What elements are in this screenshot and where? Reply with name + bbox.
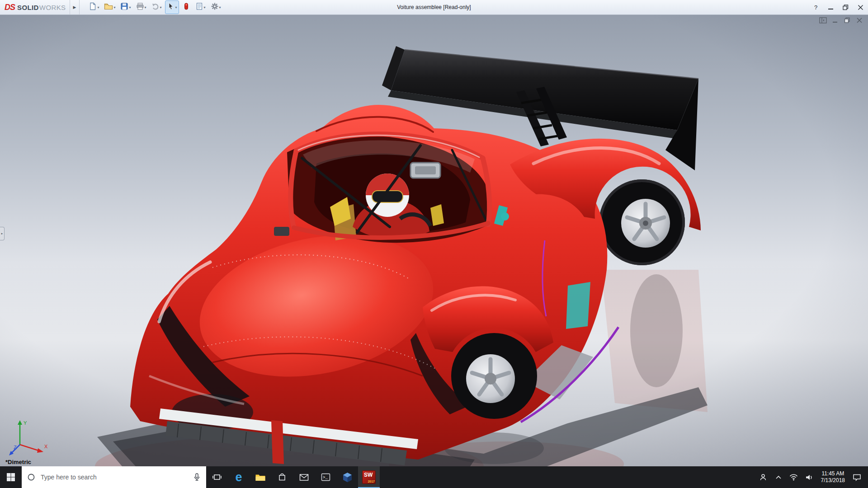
microphone-icon[interactable]	[193, 473, 201, 482]
taskbar-search[interactable]	[22, 466, 206, 488]
file-properties-button[interactable]: ▾	[193, 0, 208, 14]
close-button[interactable]	[853, 0, 868, 14]
select-tool-button[interactable]: ▾	[165, 0, 179, 14]
solidworks-app-icon: SW 2017	[362, 470, 376, 484]
dropdown-arrow-icon[interactable]: ▾	[145, 5, 146, 9]
solidworks-taskbar-button[interactable]: SW 2017	[358, 466, 380, 488]
triad-x-label: X	[44, 444, 48, 449]
help-button[interactable]: ?	[808, 0, 823, 14]
dropdown-arrow-icon[interactable]: ▾	[97, 5, 99, 9]
action-center-button[interactable]	[849, 466, 864, 488]
people-button[interactable]	[755, 466, 771, 488]
windows-logo-icon	[6, 473, 15, 482]
dropdown-arrow-icon[interactable]: ▾	[175, 5, 177, 9]
wifi-icon	[789, 474, 798, 481]
undo-button[interactable]: ▾	[150, 0, 164, 14]
cortana-icon	[27, 473, 35, 481]
rebuild-button[interactable]	[180, 0, 192, 14]
minimize-doc-icon[interactable]	[831, 17, 839, 23]
undo-icon	[151, 2, 160, 12]
clock-time: 11:45 AM	[821, 470, 845, 477]
feature-panel-flyout-handle[interactable]: ▸	[0, 227, 5, 240]
edge-icon: e	[235, 471, 242, 483]
main-toolbar: ▾ ▾ ▾ ▾ ▾ ▾	[87, 0, 222, 14]
solidworks-logo: DS SOLID WORKS	[0, 3, 70, 12]
options-button[interactable]: ▾	[209, 0, 223, 14]
sw-year-badge: 2017	[368, 480, 375, 483]
file-explorer-icon	[255, 473, 266, 482]
network-button[interactable]	[786, 466, 802, 488]
display-pane-toggle-icon[interactable]	[819, 17, 827, 23]
start-button[interactable]	[0, 466, 22, 488]
triad-y-label: Y	[24, 420, 27, 426]
sw-badge: SW	[364, 472, 373, 478]
close-icon	[858, 5, 863, 10]
chevron-up-icon	[775, 475, 782, 479]
windows-taskbar: e >_ SW 2017 11:45 AM 7/13	[0, 466, 868, 488]
command-prompt-button[interactable]: >_	[315, 466, 336, 488]
3d-cube-app-button[interactable]	[336, 466, 358, 488]
titlebar: DS SOLID WORKS ▶ ▾ ▾ ▾ ▾ ▾	[0, 0, 868, 15]
minimize-button[interactable]	[823, 0, 838, 14]
task-view-button[interactable]	[206, 466, 228, 488]
view-orientation-label: *Dimetric	[5, 459, 31, 465]
gear-icon	[211, 2, 219, 12]
save-button[interactable]: ▾	[118, 0, 132, 14]
front-wheel	[451, 333, 537, 419]
open-button[interactable]: ▾	[102, 0, 117, 14]
print-button[interactable]: ▾	[134, 0, 148, 14]
orientation-triad[interactable]: Y X Z	[5, 415, 51, 456]
ds-logo-icon: DS	[5, 3, 15, 12]
show-hidden-icons-button[interactable]	[771, 466, 786, 488]
minimize-icon	[828, 5, 833, 9]
dropdown-arrow-icon[interactable]: ▾	[204, 5, 206, 9]
dropdown-arrow-icon[interactable]: ▾	[160, 5, 162, 9]
restore-doc-icon[interactable]	[843, 17, 851, 23]
clock-date: 7/13/2018	[821, 477, 845, 484]
command-prompt-icon: >_	[321, 473, 330, 482]
edge-button[interactable]: e	[228, 466, 250, 488]
taskbar-clock[interactable]: 11:45 AM 7/13/2018	[817, 470, 849, 484]
3d-scene[interactable]	[0, 14, 868, 466]
file-properties-icon	[195, 2, 203, 12]
task-view-icon	[212, 473, 222, 482]
rear-wheel	[599, 179, 685, 265]
select-cursor-icon	[167, 2, 175, 12]
save-icon	[120, 2, 128, 12]
system-tray: 11:45 AM 7/13/2018	[755, 466, 868, 488]
mail-button[interactable]	[293, 466, 315, 488]
restore-icon	[843, 5, 849, 10]
graphics-area[interactable]: Y X Z *Dimetric ▸	[0, 14, 868, 466]
window-title: Voiture assemblee [Read-only]	[397, 4, 471, 10]
rebuild-icon	[182, 2, 190, 12]
brand-solid: SOLID	[17, 4, 39, 11]
mail-icon	[299, 474, 309, 481]
new-document-icon	[89, 2, 97, 12]
file-explorer-button[interactable]	[250, 466, 271, 488]
brand-works: WORKS	[39, 4, 66, 11]
window-controls: ?	[808, 0, 868, 14]
3d-cube-app-icon	[343, 472, 352, 483]
print-icon	[136, 2, 144, 12]
new-document-button[interactable]: ▾	[87, 0, 101, 14]
open-folder-icon	[104, 2, 113, 12]
store-icon	[278, 473, 286, 482]
close-doc-icon[interactable]	[855, 17, 863, 23]
people-icon	[759, 473, 767, 481]
volume-icon	[805, 474, 813, 481]
document-window-controls	[819, 17, 863, 23]
menu-expand-arrow[interactable]: ▶	[70, 0, 80, 14]
restore-button[interactable]	[838, 0, 853, 14]
dropdown-arrow-icon[interactable]: ▾	[219, 5, 221, 9]
dropdown-arrow-icon[interactable]: ▾	[129, 5, 131, 9]
dropdown-arrow-icon[interactable]: ▾	[113, 5, 115, 9]
triad-z-label: Z	[14, 445, 17, 450]
search-input[interactable]	[40, 473, 189, 481]
cmd-glyph: >_	[323, 475, 328, 480]
action-center-icon	[853, 474, 861, 481]
store-button[interactable]	[271, 466, 293, 488]
volume-button[interactable]	[802, 466, 817, 488]
